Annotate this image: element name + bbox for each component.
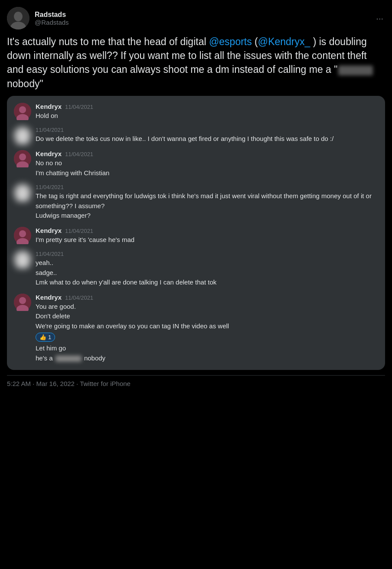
- chat-text-extra: Let him go he's a nobody: [36, 343, 378, 363]
- blurred-text: [56, 356, 82, 362]
- chat-content: Kendryx 11/04/2021 I'm pretty sure it's …: [36, 227, 378, 245]
- tweet-text-part4: nobody": [7, 78, 43, 89]
- mention-kendryx[interactable]: @Kendryx_: [258, 36, 310, 47]
- chat-name: Kendryx: [36, 150, 62, 157]
- blurred-avatar: [14, 251, 31, 268]
- chat-content: 11/04/2021 yeah..sadge..Lmk what to do w…: [36, 251, 378, 288]
- tweet-date: Mar 16, 2022: [36, 380, 75, 387]
- chat-meta: Kendryx 11/04/2021: [36, 150, 378, 157]
- chat-text: Hold on: [36, 111, 378, 121]
- reaction-badge[interactable]: 👍 1: [36, 333, 55, 342]
- blurred-avatar: [14, 127, 31, 144]
- kendryx-avatar: [14, 150, 31, 167]
- chat-embed: Kendryx 11/04/2021 Hold on 11/04/2021 Do…: [7, 96, 385, 370]
- chat-name: Kendryx: [36, 227, 62, 234]
- chat-message: Kendryx 11/04/2021 Hold on: [14, 103, 378, 121]
- chat-name: Kendryx: [36, 103, 62, 110]
- chat-name: Kendryx: [36, 294, 62, 301]
- kendryx-avatar: [14, 103, 31, 120]
- tweet-container: Radstads @Radstads ··· It's actually nut…: [0, 0, 392, 391]
- svg-point-7: [19, 130, 26, 137]
- blurred-word: [338, 65, 373, 75]
- svg-point-13: [19, 187, 26, 194]
- chat-date: 11/04/2021: [36, 184, 64, 190]
- chat-content: 11/04/2021 The tag is right and everythi…: [36, 184, 378, 221]
- display-name[interactable]: Radstads: [35, 11, 69, 19]
- svg-point-22: [19, 297, 26, 304]
- chat-content: Kendryx 11/04/2021 Hold on: [36, 103, 378, 121]
- chat-date: 11/04/2021: [65, 228, 93, 234]
- chat-date: 11/04/2021: [36, 251, 64, 257]
- chat-text: The tag is right and everything for ludw…: [36, 191, 378, 221]
- avatar-image: [7, 7, 29, 29]
- svg-point-4: [19, 106, 26, 113]
- chat-date: 11/04/2021: [65, 104, 93, 110]
- svg-point-10: [19, 154, 26, 160]
- chat-meta: 11/04/2021: [36, 127, 378, 133]
- thumbs-up-icon: 👍: [39, 334, 46, 340]
- chat-text: You are good. Don't delete We're going t…: [36, 302, 378, 331]
- chat-message: 11/04/2021 Do we delete the toks cus now…: [14, 127, 378, 144]
- chat-text: Do we delete the toks cus now in like.. …: [36, 134, 378, 144]
- chat-message: Kendryx 11/04/2021 You are good. Don't d…: [14, 294, 378, 363]
- kendryx-avatar: [14, 227, 31, 244]
- tweet-text: It's actually nuts to me that the head o…: [7, 35, 385, 91]
- svg-point-1: [14, 12, 23, 21]
- chat-content: 11/04/2021 Do we delete the toks cus now…: [36, 127, 378, 144]
- tweet-header: Radstads @Radstads ···: [7, 7, 385, 29]
- chat-content: Kendryx 11/04/2021 You are good. Don't d…: [36, 294, 378, 363]
- chat-date: 11/04/2021: [65, 151, 93, 157]
- chat-text: yeah..sadge..Lmk what to do when y'all a…: [36, 258, 378, 288]
- chat-message: 11/04/2021 yeah..sadge..Lmk what to do w…: [14, 251, 378, 288]
- username[interactable]: @Radstads: [35, 19, 69, 26]
- footer-dot1: ·: [31, 380, 36, 387]
- chat-meta: Kendryx 11/04/2021: [36, 294, 378, 301]
- tweet-text-part1: It's actually nuts to me that the head o…: [7, 36, 209, 47]
- chat-date: 11/04/2021: [36, 127, 64, 133]
- chat-meta: 11/04/2021: [36, 184, 378, 190]
- more-icon[interactable]: ···: [374, 12, 385, 25]
- reaction-count: 1: [48, 334, 51, 340]
- chat-message: 11/04/2021 The tag is right and everythi…: [14, 184, 378, 221]
- chat-content: Kendryx 11/04/2021 No no noI'm chatting …: [36, 150, 378, 178]
- tweet-time: 5:22 AM: [7, 380, 31, 387]
- tweet-header-left: Radstads @Radstads: [7, 7, 69, 29]
- chat-date: 11/04/2021: [65, 294, 93, 301]
- chat-meta: Kendryx 11/04/2021: [36, 227, 378, 234]
- blurred-avatar: [14, 184, 31, 201]
- tweet-footer: 5:22 AM · Mar 16, 2022 · Twitter for iPh…: [7, 375, 385, 391]
- tweet-source: Twitter for iPhone: [80, 380, 131, 387]
- chat-text: I'm pretty sure it's 'cause he's mad: [36, 235, 378, 245]
- user-info: Radstads @Radstads: [35, 11, 69, 26]
- tweet-text-part2: (: [252, 36, 258, 47]
- svg-point-16: [19, 230, 26, 237]
- chat-message: Kendryx 11/04/2021 No no noI'm chatting …: [14, 150, 378, 178]
- svg-point-19: [19, 254, 26, 261]
- mention-esports[interactable]: @esports: [209, 36, 252, 47]
- chat-message: Kendryx 11/04/2021 I'm pretty sure it's …: [14, 227, 378, 245]
- chat-meta: Kendryx 11/04/2021: [36, 103, 378, 110]
- chat-meta: 11/04/2021: [36, 251, 378, 257]
- kendryx-avatar: [14, 294, 31, 311]
- footer-dot2: ·: [75, 380, 80, 387]
- chat-text: No no noI'm chatting with Christian: [36, 158, 378, 178]
- avatar[interactable]: [7, 7, 29, 29]
